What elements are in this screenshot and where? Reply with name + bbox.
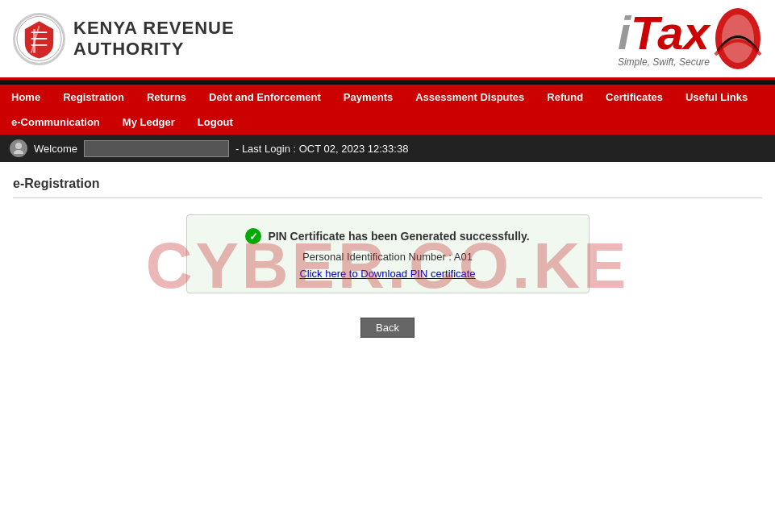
pin-number-text: Personal Identification Number : A01 — [206, 251, 569, 263]
nav-my-ledger[interactable]: My Ledger — [111, 110, 186, 135]
nav-logout[interactable]: Logout — [186, 110, 244, 135]
nav-registration[interactable]: Registration — [52, 85, 135, 110]
nav-row-2: e-Communication My Ledger Logout — [0, 110, 775, 135]
itax-i-letter: i — [618, 10, 631, 56]
user-icon — [10, 139, 27, 157]
kra-emblem — [13, 13, 65, 65]
success-title: PIN Certificate has been Generated succe… — [268, 230, 529, 243]
nav-certificates[interactable]: Certificates — [594, 85, 674, 110]
user-avatar-svg — [12, 142, 25, 155]
header: Kenya Revenue Authority i Tax Simple, Sw… — [0, 0, 775, 80]
itax-swoosh-svg — [714, 6, 762, 71]
back-button[interactable]: Back — [360, 318, 415, 338]
kra-emblem-svg — [15, 15, 63, 63]
kra-name-line1: Kenya Revenue — [73, 18, 235, 39]
page-content: e-Registration ✓ PIN Certificate has bee… — [0, 162, 775, 346]
welcome-username-input[interactable] — [84, 140, 229, 157]
last-login-text: - Last Login : OCT 02, 2023 12:33:38 — [235, 143, 408, 155]
nav-home[interactable]: Home — [0, 85, 52, 110]
nav-refund[interactable]: Refund — [535, 85, 594, 110]
kra-logo-section: Kenya Revenue Authority — [13, 13, 235, 65]
nav-assessment-disputes[interactable]: Assessment Disputes — [404, 85, 535, 110]
itax-tax-text: Tax — [631, 10, 710, 56]
back-button-container: Back — [13, 310, 762, 338]
svg-point-5 — [15, 143, 22, 149]
kra-text: Kenya Revenue Authority — [73, 18, 235, 60]
itax-swoosh-graphic — [714, 6, 762, 71]
check-icon: ✓ — [245, 228, 261, 244]
nav-debt-enforcement[interactable]: Debt and Enforcement — [198, 85, 332, 110]
itax-logo-section: i Tax Simple, Swift, Secure — [618, 6, 762, 71]
download-certificate-link[interactable]: Click here to Download PIN certificate — [299, 268, 475, 280]
page-title: e-Registration — [13, 170, 762, 198]
nav-payments[interactable]: Payments — [332, 85, 404, 110]
itax-logo: i Tax Simple, Swift, Secure — [618, 10, 710, 68]
nav-returns[interactable]: Returns — [135, 85, 198, 110]
nav-ecommunication[interactable]: e-Communication — [0, 110, 111, 135]
download-link-container: Click here to Download PIN certificate — [206, 268, 569, 280]
success-section: ✓ PIN Certificate has been Generated suc… — [13, 214, 762, 338]
nav-row-1: Home Registration Returns Debt and Enfor… — [0, 85, 775, 110]
success-header: ✓ PIN Certificate has been Generated suc… — [206, 228, 569, 244]
svg-point-4 — [722, 15, 754, 63]
nav-useful-links[interactable]: Useful Links — [674, 85, 759, 110]
navigation-bar: Home Registration Returns Debt and Enfor… — [0, 85, 775, 135]
welcome-label: Welcome — [34, 143, 77, 155]
success-box: ✓ PIN Certificate has been Generated suc… — [186, 214, 590, 293]
kra-name-line2: Authority — [73, 39, 235, 60]
welcome-bar: Welcome - Last Login : OCT 02, 2023 12:3… — [0, 135, 775, 162]
